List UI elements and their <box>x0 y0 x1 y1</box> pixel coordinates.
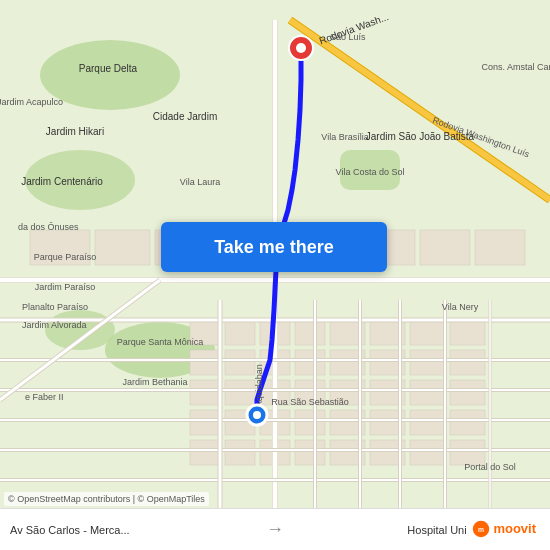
svg-text:Rua São Sebastião: Rua São Sebastião <box>271 397 349 407</box>
moovit-text: moovit <box>493 521 536 536</box>
svg-text:Jardim
Acapulco: Jardim Acapulco <box>0 97 63 107</box>
svg-text:Planalto Paraíso: Planalto Paraíso <box>22 302 88 312</box>
take-me-there-button[interactable]: Take me there <box>161 222 387 272</box>
svg-rect-37 <box>450 410 485 435</box>
svg-rect-14 <box>190 350 220 375</box>
svg-rect-23 <box>225 380 255 405</box>
svg-text:Vila Brasília: Vila Brasília <box>321 132 368 142</box>
svg-rect-13 <box>450 320 485 345</box>
svg-rect-22 <box>190 380 220 405</box>
map-attribution: © OpenStreetMap contributors | © OpenMap… <box>4 492 209 506</box>
svg-text:m: m <box>478 526 484 533</box>
svg-rect-21 <box>450 350 485 375</box>
svg-text:Vila Laura: Vila Laura <box>180 177 220 187</box>
svg-point-4 <box>45 310 115 350</box>
svg-rect-47 <box>95 230 150 265</box>
svg-text:Portal do Sol: Portal do Sol <box>464 462 516 472</box>
svg-rect-44 <box>410 440 445 465</box>
svg-rect-20 <box>410 350 445 375</box>
svg-text:Jardim Paraíso: Jardim Paraíso <box>35 282 96 292</box>
svg-rect-38 <box>190 440 220 465</box>
svg-point-112 <box>296 43 306 53</box>
svg-rect-36 <box>410 410 445 435</box>
svg-text:da dos
Ônuses: da dos Ônuses <box>18 222 79 232</box>
svg-text:Cidade Jardim: Cidade Jardim <box>153 111 217 122</box>
svg-rect-41 <box>295 440 325 465</box>
arrow-icon: → <box>255 519 295 540</box>
svg-text:e Faber II: e Faber II <box>25 392 64 402</box>
svg-text:Parque Delta: Parque Delta <box>79 63 138 74</box>
bottom-bar: Av São Carlos - Merca... → Hospital Univ… <box>0 508 550 550</box>
svg-text:Parque Santa
Mônica: Parque Santa Mônica <box>117 337 204 347</box>
moovit-logo: m moovit <box>466 515 542 542</box>
svg-rect-7 <box>225 320 255 345</box>
svg-rect-30 <box>190 410 220 435</box>
svg-text:Vila Nery: Vila Nery <box>442 302 479 312</box>
moovit-icon: m <box>472 520 490 538</box>
svg-rect-33 <box>295 410 325 435</box>
svg-point-114 <box>253 411 261 419</box>
svg-rect-15 <box>225 350 255 375</box>
svg-rect-9 <box>295 320 325 345</box>
svg-rect-29 <box>450 380 485 405</box>
svg-rect-28 <box>410 380 445 405</box>
svg-text:Parque Paraíso: Parque Paraíso <box>34 252 97 262</box>
svg-text:Cons.
Amstal
Carlo: Cons. Amstal Carlo <box>481 62 550 72</box>
map-container: Parque Delta Jardim Hikari Jardim Acapul… <box>0 0 550 550</box>
svg-text:Jardim
Centenário: Jardim Centenário <box>21 176 103 187</box>
svg-text:Jardim Hikari: Jardim Hikari <box>46 126 104 137</box>
svg-rect-17 <box>295 350 325 375</box>
svg-text:Jardim Bethania: Jardim Bethania <box>122 377 187 387</box>
svg-text:Jardim Alvorada: Jardim Alvorada <box>22 320 87 330</box>
svg-text:São Luís: São Luís <box>330 32 366 42</box>
svg-rect-51 <box>420 230 470 265</box>
svg-rect-12 <box>410 320 445 345</box>
svg-rect-52 <box>475 230 525 265</box>
origin-label: Av São Carlos - Merca... <box>0 524 255 536</box>
svg-rect-39 <box>225 440 255 465</box>
svg-text:Vila Costa
do Sol: Vila Costa do Sol <box>336 167 405 177</box>
map-svg: Parque Delta Jardim Hikari Jardim Acapul… <box>0 0 550 550</box>
